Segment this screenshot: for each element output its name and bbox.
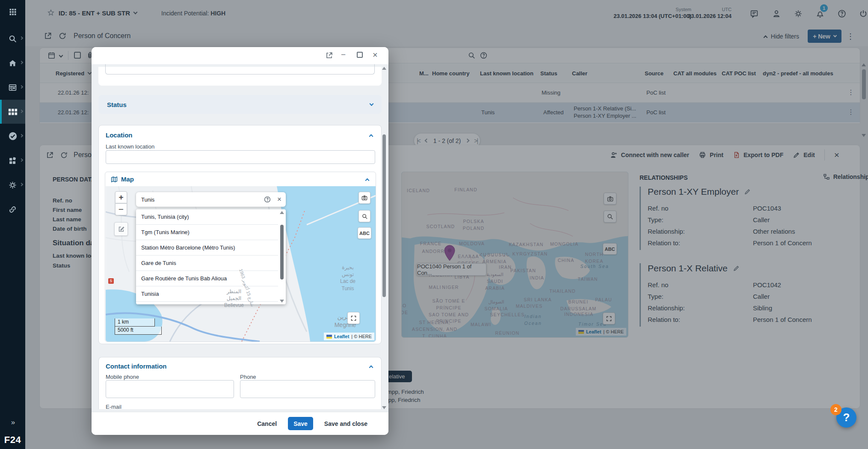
search-clear-icon[interactable]: × bbox=[277, 195, 281, 204]
mobile-phone-label: Mobile phone bbox=[106, 374, 139, 380]
map-scale: 1 km 5000 ft bbox=[115, 318, 162, 335]
map-search-button[interactable] bbox=[358, 210, 370, 222]
partial-card bbox=[98, 67, 382, 86]
map-label-bellevue: المنظر الجميل Bellevue bbox=[224, 288, 244, 309]
map-fullscreen-button[interactable] bbox=[347, 312, 360, 324]
home-icon bbox=[8, 59, 17, 68]
sidebar-item-apps[interactable] bbox=[0, 149, 25, 172]
apps-grid-icon[interactable] bbox=[0, 3, 25, 21]
email-label: E-mail bbox=[106, 404, 121, 409]
chevron-up-icon[interactable] bbox=[369, 134, 373, 139]
modal-content: Status Location Last known location Map bbox=[92, 64, 388, 412]
fullscreen-icon bbox=[350, 315, 357, 321]
map-search-input[interactable] bbox=[140, 192, 264, 207]
f24-logo: F24 bbox=[0, 434, 25, 446]
dropdown-scrollbar[interactable] bbox=[279, 211, 284, 303]
mobile-phone-input[interactable] bbox=[106, 380, 234, 398]
save-button[interactable]: Save bbox=[288, 417, 313, 430]
phone-label: Phone bbox=[240, 374, 256, 380]
search-result-item[interactable]: Tunis, Tunisia (city) bbox=[136, 209, 278, 225]
map-abc-button[interactable]: ABC bbox=[358, 227, 371, 239]
search-result-item[interactable]: Tgm (Tunis Marine) bbox=[136, 225, 278, 240]
map-section: Map + − bbox=[105, 172, 376, 342]
modal-scrollbar[interactable] bbox=[382, 67, 387, 409]
section-location-title: Location bbox=[106, 131, 133, 139]
check-circle-icon bbox=[8, 131, 18, 141]
section-contact: Contact information Mobile phone Phone E… bbox=[98, 357, 382, 409]
section-contact-title: Contact information bbox=[106, 363, 167, 370]
dashboard-icon bbox=[8, 83, 17, 92]
sidebar-expand-button[interactable]: » bbox=[0, 418, 25, 427]
route-shield: 5 bbox=[108, 278, 114, 284]
modal-popout-icon[interactable] bbox=[325, 51, 333, 59]
camera-icon bbox=[361, 194, 368, 201]
link-icon bbox=[8, 205, 17, 214]
search-icon bbox=[8, 34, 17, 43]
last-known-location-label: Last known location bbox=[106, 143, 154, 150]
section-status-title: Status bbox=[107, 101, 127, 108]
map-label-lac-de-tunis: بحيرة تونس Lac de Tunis bbox=[340, 264, 355, 292]
search-result-item[interactable]: Tunisia bbox=[136, 286, 278, 302]
search-result-item[interactable]: Station Métro Barcelone (Métro Tunis) bbox=[136, 240, 278, 256]
pencil-square-icon bbox=[118, 226, 125, 233]
last-known-location-input[interactable] bbox=[106, 150, 375, 164]
grid-icon bbox=[8, 108, 18, 116]
section-map-title: Map bbox=[121, 175, 134, 183]
draw-edit-button[interactable] bbox=[114, 222, 128, 236]
leaflet-flag-icon bbox=[326, 335, 332, 339]
partial-input[interactable] bbox=[105, 64, 375, 74]
sidebar: » F24 bbox=[0, 0, 25, 449]
phone-input[interactable] bbox=[240, 380, 375, 398]
chevron-down-icon bbox=[370, 101, 374, 106]
cancel-button[interactable]: Cancel bbox=[257, 420, 277, 427]
tunis-map-canvas[interactable]: + − × bbox=[106, 186, 376, 342]
modal-close-icon[interactable]: × bbox=[373, 50, 378, 60]
scale-km: 1 km bbox=[115, 318, 155, 327]
sidebar-item-modules-active[interactable] bbox=[0, 100, 25, 124]
search-results-dropdown: Tunis, Tunisia (city) Tgm (Tunis Marine)… bbox=[136, 209, 286, 304]
gear-icon bbox=[8, 181, 17, 190]
search-help-icon[interactable] bbox=[264, 196, 271, 203]
modal-titlebar: − × bbox=[92, 47, 388, 64]
save-and-close-button[interactable]: Save and close bbox=[324, 420, 367, 427]
modal-maximize-icon[interactable] bbox=[357, 52, 363, 58]
section-location: Location Last known location Map bbox=[98, 125, 382, 344]
sidebar-item-search[interactable] bbox=[0, 27, 25, 51]
sidebar-item-settings[interactable] bbox=[0, 173, 25, 197]
modules-icon bbox=[8, 156, 17, 165]
zoom-out-button[interactable]: − bbox=[115, 203, 127, 215]
edit-person-modal: − × Status Location Last known location … bbox=[92, 47, 388, 435]
scale-ft: 5000 ft bbox=[115, 327, 162, 335]
sidebar-item-home[interactable] bbox=[0, 51, 25, 75]
zoom-in-button[interactable]: + bbox=[115, 191, 127, 203]
sidebar-item-tasks[interactable] bbox=[0, 124, 25, 148]
sidebar-item-links[interactable] bbox=[0, 197, 25, 221]
modal-footer: Cancel Save Save and close bbox=[92, 412, 388, 435]
chevron-up-icon[interactable] bbox=[365, 178, 370, 183]
search-result-item[interactable]: Gare de Tunis bbox=[136, 256, 278, 271]
search-icon bbox=[361, 213, 368, 220]
chevron-up-icon[interactable] bbox=[369, 366, 373, 370]
map-icon bbox=[110, 175, 118, 183]
search-result-item[interactable]: Gare Routière de Tunis Bab Alioua bbox=[136, 271, 278, 286]
sidebar-item-dashboard[interactable] bbox=[0, 75, 25, 99]
modal-minimize-icon[interactable]: − bbox=[341, 50, 346, 59]
map-screenshot-button[interactable] bbox=[358, 192, 370, 204]
help-fab-badge: 2 bbox=[830, 404, 841, 415]
map-attribution: Leaflet | © HERE bbox=[324, 333, 374, 340]
map-search-box: × bbox=[136, 192, 286, 207]
section-status[interactable]: Status bbox=[98, 95, 382, 114]
